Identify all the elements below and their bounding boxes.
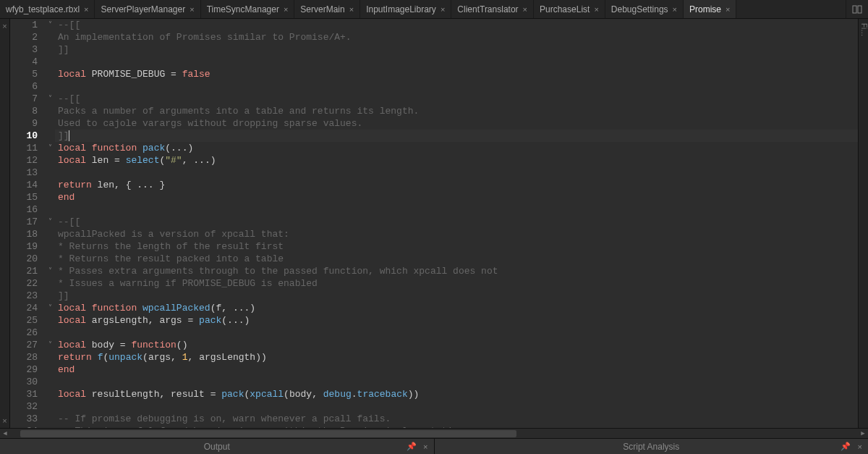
code-text[interactable]: ]] bbox=[55, 130, 858, 142]
code-line[interactable]: 34 -- This is useful for debugging issue… bbox=[10, 425, 858, 428]
scroll-track[interactable] bbox=[20, 430, 848, 437]
close-icon[interactable]: × bbox=[84, 5, 88, 14]
code-line[interactable]: 15end bbox=[10, 191, 858, 203]
code-text[interactable] bbox=[55, 400, 858, 413]
code-text[interactable]: --[[ bbox=[55, 19, 858, 31]
right-dock-label[interactable]: Fi… bbox=[859, 19, 868, 36]
fold-marker[interactable]: ˅ bbox=[45, 142, 55, 154]
code-text[interactable]: local resultLength, result = pack(xpcall… bbox=[55, 388, 858, 400]
window-split-icon[interactable] bbox=[846, 0, 868, 18]
close-icon[interactable]: × bbox=[423, 442, 427, 451]
pin-icon[interactable]: 📌 bbox=[407, 442, 417, 451]
code-line[interactable]: 18 wpcallPacked is a version of xpcall t… bbox=[10, 228, 858, 240]
fold-marker[interactable]: ˅ bbox=[45, 302, 55, 314]
code-text[interactable]: local argsLength, args = pack(...) bbox=[55, 314, 858, 327]
code-line[interactable]: 12 local len = select("#", ...) bbox=[10, 154, 858, 167]
code-text[interactable]: An implementation of Promises similar to… bbox=[55, 31, 858, 43]
scroll-right-icon[interactable]: ▶ bbox=[858, 429, 868, 437]
code-text[interactable]: end bbox=[55, 191, 858, 203]
code-line[interactable]: 2 An implementation of Promises similar … bbox=[10, 31, 858, 43]
script-analysis-panel-tab[interactable]: Script Analysis 📌 × bbox=[435, 439, 869, 454]
code-text[interactable]: --[[ bbox=[55, 216, 858, 228]
fold-marker[interactable]: ˅ bbox=[45, 339, 55, 351]
code-line[interactable]: 20 * Returns the result packed into a ta… bbox=[10, 253, 858, 265]
code-text[interactable]: local len = select("#", ...) bbox=[55, 154, 858, 167]
code-text[interactable]: local function pack(...) bbox=[55, 142, 858, 154]
code-text[interactable]: * Returns the length of the result first bbox=[55, 240, 858, 253]
code-text[interactable] bbox=[55, 376, 858, 388]
close-icon[interactable]: × bbox=[523, 5, 527, 14]
code-line[interactable]: 9 Used to cajole varargs without droppin… bbox=[10, 117, 858, 130]
code-text[interactable]: local body = function() bbox=[55, 339, 858, 351]
code-text[interactable] bbox=[55, 167, 858, 179]
code-text[interactable]: return f(unpack(args, 1, argsLength)) bbox=[55, 351, 858, 363]
code-line[interactable]: 6 bbox=[10, 80, 858, 93]
code-text[interactable] bbox=[55, 80, 858, 93]
code-text[interactable] bbox=[55, 327, 858, 339]
code-line[interactable]: 30 bbox=[10, 376, 858, 388]
dock-close-top[interactable]: × bbox=[2, 22, 7, 30]
code-text[interactable] bbox=[55, 56, 858, 68]
code-line[interactable]: 21˅ * Passes extra arguments through to … bbox=[10, 265, 858, 277]
close-icon[interactable]: × bbox=[726, 5, 730, 14]
pin-icon[interactable]: 📌 bbox=[841, 442, 851, 451]
code-line[interactable]: 24˅local function wpcallPacked(f, ...) bbox=[10, 302, 858, 314]
close-icon[interactable]: × bbox=[594, 5, 598, 14]
horizontal-scrollbar[interactable]: ◀ ▶ bbox=[0, 428, 868, 438]
tab-purchaselist[interactable]: PurchaseList× bbox=[534, 0, 605, 18]
code-line[interactable]: 16 bbox=[10, 203, 858, 216]
tab-promise[interactable]: Promise× bbox=[684, 0, 736, 18]
code-line[interactable]: 19 * Returns the length of the result fi… bbox=[10, 240, 858, 253]
code-text[interactable]: end bbox=[55, 363, 858, 376]
code-line[interactable]: 8 Packs a number of arguments into a tab… bbox=[10, 105, 858, 117]
code-line[interactable]: 25 local argsLength, args = pack(...) bbox=[10, 314, 858, 327]
code-line[interactable]: 7˅--[[ bbox=[10, 93, 858, 105]
tab-timesyncmanager[interactable]: TimeSyncManager× bbox=[201, 0, 295, 18]
close-icon[interactable]: × bbox=[190, 5, 194, 14]
code-line[interactable]: 33 -- If promise debugging is on, warn w… bbox=[10, 413, 858, 425]
dock-close-bottom[interactable]: × bbox=[2, 416, 7, 425]
code-line[interactable]: 31 local resultLength, result = pack(xpc… bbox=[10, 388, 858, 400]
code-line[interactable]: 13 bbox=[10, 167, 858, 179]
code-text[interactable]: ]] bbox=[55, 43, 858, 56]
fold-marker[interactable]: ˅ bbox=[45, 265, 55, 277]
code-text[interactable]: Used to cajole varargs without dropping … bbox=[55, 117, 858, 130]
scroll-left-icon[interactable]: ◀ bbox=[0, 429, 10, 437]
code-area[interactable]: 1˅--[[2 An implementation of Promises si… bbox=[10, 19, 858, 428]
close-icon[interactable]: × bbox=[673, 5, 677, 14]
code-line[interactable]: 3]] bbox=[10, 43, 858, 56]
close-icon[interactable]: × bbox=[284, 5, 288, 14]
code-text[interactable]: -- If promise debugging is on, warn when… bbox=[55, 413, 858, 425]
code-line[interactable]: 5local PROMISE_DEBUG = false bbox=[10, 68, 858, 80]
code-text[interactable]: local function wpcallPacked(f, ...) bbox=[55, 302, 858, 314]
code-line[interactable]: 29 end bbox=[10, 363, 858, 376]
output-panel-tab[interactable]: Output 📌 × bbox=[0, 439, 435, 454]
code-line[interactable]: 10]] bbox=[10, 130, 858, 142]
code-line[interactable]: 1˅--[[ bbox=[10, 19, 858, 31]
code-text[interactable] bbox=[55, 203, 858, 216]
code-line[interactable]: 28 return f(unpack(args, 1, argsLength)) bbox=[10, 351, 858, 363]
scroll-thumb[interactable] bbox=[20, 430, 516, 437]
code-text[interactable]: wpcallPacked is a version of xpcall that… bbox=[55, 228, 858, 240]
code-text[interactable]: * Passes extra arguments through to the … bbox=[55, 265, 858, 277]
tab-debugsettings[interactable]: DebugSettings× bbox=[605, 0, 684, 18]
code-text[interactable]: -- This is useful for debugging issues w… bbox=[55, 425, 858, 428]
code-line[interactable]: 26 bbox=[10, 327, 858, 339]
code-text[interactable]: --[[ bbox=[55, 93, 858, 105]
code-line[interactable]: 11˅local function pack(...) bbox=[10, 142, 858, 154]
fold-marker[interactable]: ˅ bbox=[45, 93, 55, 105]
tab-clienttranslator[interactable]: ClientTranslator× bbox=[451, 0, 534, 18]
tab-servermain[interactable]: ServerMain× bbox=[294, 0, 360, 18]
code-text[interactable]: local PROMISE_DEBUG = false bbox=[55, 68, 858, 80]
close-icon[interactable]: × bbox=[441, 5, 445, 14]
code-line[interactable]: 27˅ local body = function() bbox=[10, 339, 858, 351]
code-text[interactable]: Packs a number of arguments into a table… bbox=[55, 105, 858, 117]
close-icon[interactable]: × bbox=[349, 5, 354, 14]
code-text[interactable]: * Issues a warning if PROMISE_DEBUG is e… bbox=[55, 277, 858, 290]
fold-marker[interactable]: ˅ bbox=[45, 216, 55, 228]
close-icon[interactable]: × bbox=[858, 442, 862, 451]
code-line[interactable]: 4 bbox=[10, 56, 858, 68]
code-text[interactable]: * Returns the result packed into a table bbox=[55, 253, 858, 265]
tab-inputimagelibrary[interactable]: InputImageLibrary× bbox=[360, 0, 451, 18]
code-line[interactable]: 32 bbox=[10, 400, 858, 413]
